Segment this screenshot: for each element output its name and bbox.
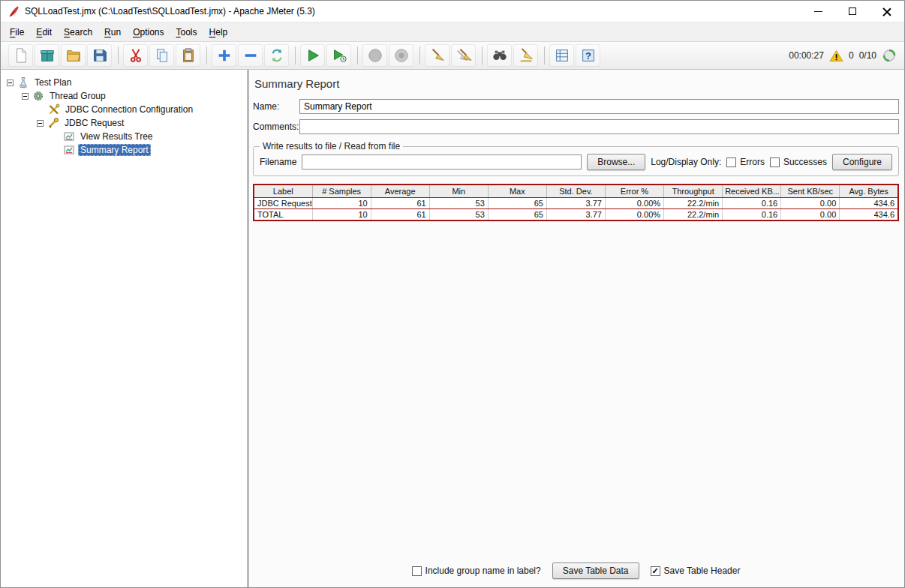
- new-file-button[interactable]: [8, 44, 33, 67]
- start-no-timers-icon: [331, 47, 347, 64]
- tree-item-jdbc-connection-configuration[interactable]: JDBC Connection Configuration: [2, 103, 245, 116]
- table-column-header[interactable]: Error %: [605, 184, 663, 198]
- menu-options[interactable]: Options: [127, 24, 170, 40]
- start-button[interactable]: [300, 44, 325, 67]
- warning-icon[interactable]: [829, 50, 843, 62]
- active-threads: 0/10: [859, 50, 876, 61]
- jdbc-request-icon: [47, 117, 59, 129]
- comments-input[interactable]: [299, 119, 899, 134]
- table-cell: 0.00%: [605, 198, 663, 209]
- table-cell: 65: [488, 198, 546, 209]
- table-cell: 65: [488, 209, 546, 221]
- window-controls: [801, 1, 904, 22]
- errors-checkbox-box[interactable]: [726, 158, 736, 167]
- include-group-name-checkbox-box[interactable]: [412, 566, 422, 576]
- stop-button[interactable]: [362, 44, 387, 67]
- clear-all-broom-icon: [456, 47, 472, 64]
- window-title: SQLLoadTest.jmx (C:\LoadTest\SQLLoadTest…: [25, 6, 315, 16]
- save-icon: [92, 47, 108, 64]
- toolbar: ? 00:00:27 0 0/10: [1, 42, 904, 70]
- toggle-button[interactable]: [264, 44, 289, 67]
- svg-text:?: ?: [585, 50, 591, 62]
- filename-input[interactable]: [302, 154, 582, 170]
- help-icon: ?: [580, 47, 597, 64]
- table-column-header[interactable]: # Samples: [312, 184, 371, 198]
- view-results-tree-icon: [63, 130, 75, 142]
- function-helper-button[interactable]: [549, 44, 574, 67]
- table-cell: 61: [371, 198, 429, 209]
- tree-item-label: Thread Group: [47, 90, 108, 102]
- cut-button[interactable]: [123, 44, 148, 67]
- menu-tools[interactable]: Tools: [170, 24, 203, 40]
- tree-item-jdbc-request[interactable]: JDBC Request: [2, 116, 245, 130]
- collapse-handle-icon[interactable]: [7, 80, 14, 86]
- table-column-header[interactable]: Max: [488, 184, 546, 198]
- menu-run[interactable]: Run: [98, 24, 127, 40]
- menu-edit[interactable]: Edit: [30, 24, 58, 40]
- write-results-fieldset: Write results to file / Read from file F…: [253, 141, 899, 176]
- table-cell: JDBC Request: [254, 198, 312, 209]
- table-column-header[interactable]: Average: [371, 184, 429, 198]
- tree-item-test-plan[interactable]: Test Plan: [2, 76, 245, 89]
- table-column-header[interactable]: Received KB...: [723, 184, 781, 198]
- save-button[interactable]: [87, 44, 112, 67]
- title-bar[interactable]: SQLLoadTest.jmx (C:\LoadTest\SQLLoadTest…: [1, 1, 904, 22]
- clear-broom-icon: [429, 47, 446, 64]
- close-button[interactable]: [870, 1, 904, 22]
- table-cell: 22.2/min: [664, 209, 723, 221]
- clear-button[interactable]: [425, 44, 449, 67]
- name-input[interactable]: [299, 99, 899, 114]
- start-no-timers-button[interactable]: [326, 44, 351, 67]
- collapse-handle-icon[interactable]: [37, 120, 44, 127]
- table-cell: 61: [371, 209, 429, 221]
- toolbar-separator: [295, 46, 296, 64]
- save-table-header-checkbox-box[interactable]: ✓: [651, 566, 660, 576]
- tree-item-label: View Results Tree: [78, 130, 155, 142]
- errors-checkbox[interactable]: Errors: [726, 157, 765, 167]
- search-button[interactable]: [487, 44, 512, 67]
- successes-checkbox-label: Successes: [783, 157, 827, 167]
- table-column-header[interactable]: Label: [254, 184, 312, 198]
- collapse-all-button[interactable]: [238, 44, 263, 67]
- menu-help[interactable]: Help: [203, 24, 234, 40]
- table-column-header[interactable]: Std. Dev.: [546, 184, 605, 198]
- threads-health-icon[interactable]: [882, 48, 897, 63]
- table-cell: 10: [312, 209, 371, 221]
- table-column-header[interactable]: Throughput: [664, 184, 723, 198]
- filename-label: Filename: [260, 157, 296, 167]
- paste-button[interactable]: [176, 44, 200, 67]
- tree-item-thread-group[interactable]: Thread Group: [2, 89, 245, 103]
- menu-search[interactable]: Search: [58, 24, 98, 40]
- open-file-button[interactable]: [61, 44, 86, 67]
- save-table-header-label: Save Table Header: [664, 566, 741, 576]
- error-count: 0: [849, 50, 854, 61]
- table-column-header[interactable]: Min: [429, 184, 488, 198]
- configure-button[interactable]: Configure: [832, 154, 892, 170]
- table-column-header[interactable]: Avg. Bytes: [840, 184, 898, 198]
- successes-checkbox-box[interactable]: [770, 158, 780, 167]
- minimize-button[interactable]: [801, 1, 835, 22]
- table-row[interactable]: TOTAL 10 61 53 65 3.77 0.00% 22.2/min 0.…: [254, 209, 898, 221]
- save-table-data-button[interactable]: Save Table Data: [552, 562, 639, 579]
- table-cell: 22.2/min: [664, 198, 723, 209]
- summary-report-panel: Summary Report Name: Comments: Write res…: [249, 70, 904, 587]
- table-column-header[interactable]: Sent KB/sec: [781, 184, 840, 198]
- collapse-handle-icon[interactable]: [22, 93, 29, 100]
- include-group-name-checkbox[interactable]: Include group name in label?: [412, 566, 541, 576]
- maximize-button[interactable]: [835, 1, 870, 22]
- help-button[interactable]: ?: [576, 44, 600, 67]
- templates-button[interactable]: [35, 44, 59, 67]
- tree-item-view-results-tree[interactable]: View Results Tree: [2, 130, 245, 143]
- save-table-header-checkbox[interactable]: ✓ Save Table Header: [651, 566, 741, 576]
- successes-checkbox[interactable]: Successes: [770, 157, 827, 167]
- browse-button[interactable]: Browse...: [587, 154, 645, 170]
- menu-file[interactable]: File: [4, 24, 30, 40]
- copy-button[interactable]: [149, 44, 174, 67]
- shutdown-icon: [393, 47, 410, 64]
- expand-all-button[interactable]: [212, 44, 236, 67]
- tree-item-summary-report[interactable]: Summary Report: [2, 143, 245, 157]
- search-reset-button[interactable]: [513, 44, 538, 67]
- table-row[interactable]: JDBC Request 10 61 53 65 3.77 0.00% 22.2…: [254, 198, 898, 209]
- shutdown-button[interactable]: [389, 44, 413, 67]
- clear-all-button[interactable]: [451, 44, 476, 67]
